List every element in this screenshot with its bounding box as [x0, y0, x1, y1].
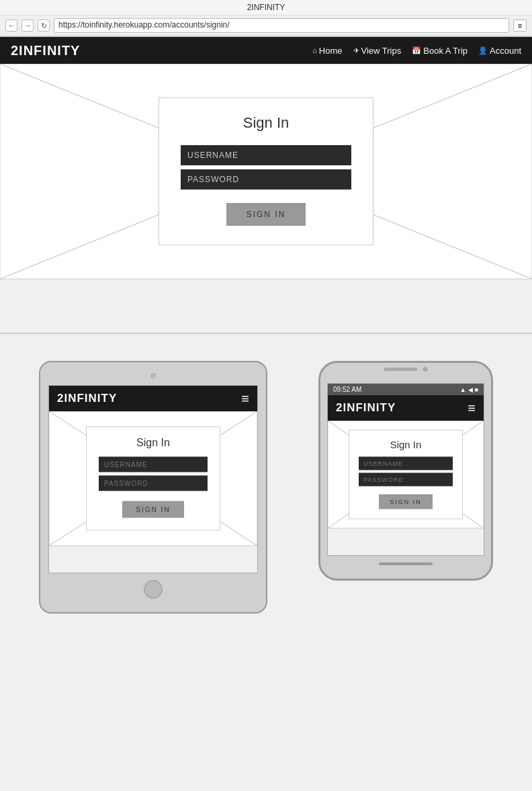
phone-camera-dot [423, 367, 428, 372]
phone-username-input[interactable] [359, 457, 453, 470]
browser-title-bar: 2INFINITY [0, 0, 532, 15]
battery-icon: ■ [475, 386, 478, 393]
forward-button[interactable]: → [21, 19, 34, 32]
nav-link-account[interactable]: 👤 Account [478, 46, 521, 56]
plane-icon: ✈ [353, 46, 359, 55]
tablet-username-input[interactable] [99, 457, 208, 472]
phone-logo: 2INFINITY [336, 401, 396, 415]
home-icon: ⌂ [312, 46, 317, 54]
nav-link-view-trips[interactable]: ✈ View Trips [353, 46, 402, 56]
nav-label-home: Home [319, 46, 343, 56]
site-navbar: 2INFINITY ⌂ Home ✈ View Trips 📅 Book A T… [0, 37, 532, 64]
browser-chrome: 2INFINITY ← → ↻ https://toinfinity.herok… [0, 0, 532, 37]
username-input[interactable] [181, 145, 351, 165]
signin-button[interactable]: SIGN IN [226, 203, 306, 226]
phone-status-bar: 09:52 AM ▲ ◀ ■ [328, 384, 484, 395]
phone-time: 09:52 AM [333, 386, 361, 393]
tablet-footer-bar [49, 546, 257, 573]
tablet-screen: 2INFINITY ≡ Sign In SIGN IN [48, 385, 258, 573]
nav-link-book-trip[interactable]: 📅 Book A Trip [412, 46, 468, 56]
section-gap [0, 334, 532, 347]
phone-screen: 09:52 AM ▲ ◀ ■ 2INFINITY ≡ [327, 383, 484, 556]
tablet-password-input[interactable] [99, 476, 208, 491]
wifi-icon: ◀ [468, 386, 473, 393]
site-logo: 2INFINITY [11, 43, 312, 58]
phone-navbar: 2INFINITY ≡ [328, 395, 484, 421]
phone-hamburger-icon[interactable]: ≡ [468, 401, 476, 416]
page-title: 2INFINITY [247, 3, 285, 12]
tablet-navbar: 2INFINITY ≡ [49, 386, 257, 411]
signal-icon: ▲ [460, 386, 466, 393]
phone-device: 09:52 AM ▲ ◀ ■ 2INFINITY ≡ [318, 361, 493, 581]
nav-label-view-trips: View Trips [361, 46, 402, 56]
back-button[interactable]: ← [5, 19, 17, 32]
signin-title: Sign In [181, 114, 351, 132]
nav-link-home[interactable]: ⌂ Home [312, 46, 342, 56]
phone-hero: Sign In SIGN IN [328, 421, 484, 528]
phone-signin-card: Sign In SIGN IN [349, 430, 463, 519]
phone-home-indicator [379, 563, 433, 565]
tablet-camera [150, 373, 156, 378]
tablet-device: 2INFINITY ≡ Sign In SIGN IN [39, 361, 267, 614]
password-input[interactable] [181, 169, 351, 190]
desktop-footer-bar [0, 279, 532, 333]
tablet-signin-button[interactable]: SIGN IN [122, 501, 183, 518]
tablet-logo: 2INFINITY [57, 392, 117, 405]
mobile-section: 2INFINITY ≡ Sign In SIGN IN [0, 347, 532, 634]
user-icon: 👤 [478, 46, 488, 55]
phone-signin-button[interactable]: SIGN IN [379, 495, 433, 509]
refresh-button[interactable]: ↻ [38, 19, 50, 32]
phone-status-icons: ▲ ◀ ■ [460, 386, 478, 393]
phone-notch-area [384, 367, 428, 372]
url-bar[interactable]: https://toinfinity.herokuapp.com/account… [54, 18, 509, 33]
signin-card: Sign In SIGN IN [159, 97, 373, 245]
browser-menu-button[interactable]: ≡ [513, 19, 527, 32]
calendar-icon: 📅 [412, 46, 421, 55]
tablet-home-button[interactable] [144, 580, 163, 599]
desktop-site: 2INFINITY ⌂ Home ✈ View Trips 📅 Book A T… [0, 37, 532, 334]
tablet-signin-card: Sign In SIGN IN [86, 427, 220, 531]
nav-links: ⌂ Home ✈ View Trips 📅 Book A Trip 👤 Acco… [312, 46, 521, 56]
desktop-hero: Sign In SIGN IN [0, 64, 532, 279]
browser-nav-bar: ← → ↻ https://toinfinity.herokuapp.com/a… [0, 15, 532, 36]
nav-label-account: Account [490, 46, 521, 56]
phone-signin-title: Sign In [359, 439, 453, 450]
nav-label-book-trip: Book A Trip [423, 46, 468, 56]
phone-speaker [384, 368, 418, 371]
phone-footer-bar [328, 528, 484, 555]
tablet-hero: Sign In SIGN IN [49, 411, 257, 546]
tablet-hamburger-icon[interactable]: ≡ [241, 391, 249, 407]
tablet-signin-title: Sign In [99, 437, 208, 449]
phone-password-input[interactable] [359, 473, 453, 487]
